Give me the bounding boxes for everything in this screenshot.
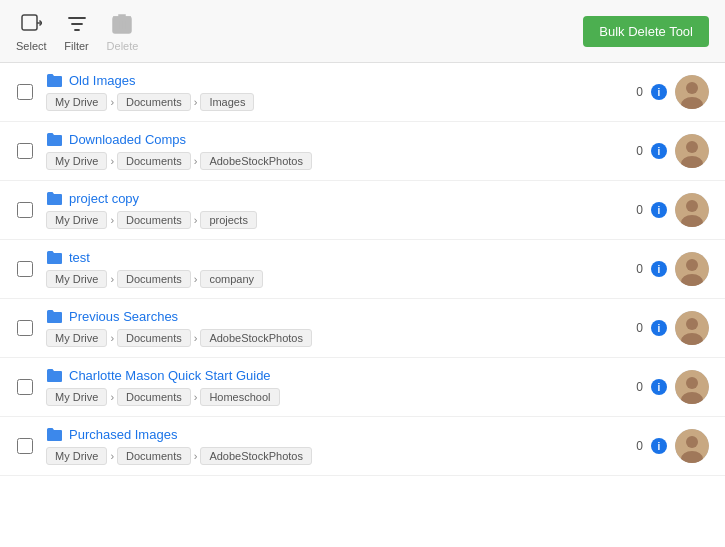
- breadcrumb-row: My Drive›Documents›AdobeStockPhotos: [46, 447, 624, 465]
- folder-icon: [46, 427, 63, 442]
- svg-point-9: [686, 200, 698, 212]
- item-name[interactable]: Charlotte Mason Quick Start Guide: [69, 368, 271, 383]
- list-item: test My Drive›Documents›company 0 i: [0, 240, 725, 299]
- item-name[interactable]: test: [69, 250, 90, 265]
- breadcrumb-separator: ›: [191, 332, 201, 344]
- item-title: Previous Searches: [46, 309, 624, 324]
- list-item: Old Images My Drive›Documents›Images 0 i: [0, 63, 725, 122]
- item-title: Old Images: [46, 73, 624, 88]
- list-item: project copy My Drive›Documents›projects…: [0, 181, 725, 240]
- breadcrumb-tag: My Drive: [46, 329, 107, 347]
- breadcrumb-row: My Drive›Documents›company: [46, 270, 624, 288]
- info-icon[interactable]: i: [651, 202, 667, 218]
- info-icon[interactable]: i: [651, 379, 667, 395]
- item-right: 0 i: [636, 370, 709, 404]
- breadcrumb-tag: Documents: [117, 447, 191, 465]
- item-checkbox-wrap[interactable]: [16, 319, 34, 337]
- select-tool[interactable]: Select: [16, 10, 47, 52]
- item-title: Downloaded Comps: [46, 132, 624, 147]
- select-label: Select: [16, 40, 47, 52]
- breadcrumb-tag: My Drive: [46, 152, 107, 170]
- list-item: Previous Searches My Drive›Documents›Ado…: [0, 299, 725, 358]
- info-icon[interactable]: i: [651, 320, 667, 336]
- item-title: project copy: [46, 191, 624, 206]
- select-icon: [17, 10, 45, 38]
- list-item: Purchased Images My Drive›Documents›Adob…: [0, 417, 725, 476]
- item-count: 0: [636, 85, 643, 99]
- breadcrumb-separator: ›: [107, 214, 117, 226]
- item-checkbox[interactable]: [17, 143, 33, 159]
- breadcrumb-row: My Drive›Documents›AdobeStockPhotos: [46, 152, 624, 170]
- breadcrumb-row: My Drive›Documents›projects: [46, 211, 624, 229]
- item-name[interactable]: Purchased Images: [69, 427, 177, 442]
- svg-rect-0: [22, 15, 37, 30]
- folder-icon: [46, 191, 63, 206]
- bulk-delete-button[interactable]: Bulk Delete Tool: [583, 16, 709, 47]
- folder-icon: [46, 132, 63, 147]
- svg-point-21: [686, 436, 698, 448]
- item-content: Old Images My Drive›Documents›Images: [46, 73, 624, 111]
- breadcrumb-tag: My Drive: [46, 270, 107, 288]
- item-checkbox-wrap[interactable]: [16, 142, 34, 160]
- breadcrumb-tag: Documents: [117, 211, 191, 229]
- item-right: 0 i: [636, 75, 709, 109]
- item-checkbox[interactable]: [17, 320, 33, 336]
- item-checkbox-wrap[interactable]: [16, 437, 34, 455]
- info-icon[interactable]: i: [651, 84, 667, 100]
- item-checkbox[interactable]: [17, 261, 33, 277]
- svg-point-18: [686, 377, 698, 389]
- item-content: Previous Searches My Drive›Documents›Ado…: [46, 309, 624, 347]
- item-name[interactable]: Previous Searches: [69, 309, 178, 324]
- breadcrumb-row: My Drive›Documents›Homeschool: [46, 388, 624, 406]
- avatar: [675, 75, 709, 109]
- avatar: [675, 311, 709, 345]
- breadcrumb-tag: AdobeStockPhotos: [200, 152, 312, 170]
- folder-icon: [46, 250, 63, 265]
- filter-tool[interactable]: Filter: [63, 10, 91, 52]
- svg-point-12: [686, 259, 698, 271]
- avatar: [675, 252, 709, 286]
- breadcrumb-tag: Documents: [117, 329, 191, 347]
- breadcrumb-tag: My Drive: [46, 211, 107, 229]
- item-checkbox-wrap[interactable]: [16, 83, 34, 101]
- breadcrumb-tag: My Drive: [46, 93, 107, 111]
- breadcrumb-separator: ›: [107, 391, 117, 403]
- item-right: 0 i: [636, 252, 709, 286]
- item-count: 0: [636, 144, 643, 158]
- info-icon[interactable]: i: [651, 143, 667, 159]
- item-checkbox[interactable]: [17, 84, 33, 100]
- breadcrumb-tag: My Drive: [46, 447, 107, 465]
- info-icon[interactable]: i: [651, 438, 667, 454]
- item-title: Charlotte Mason Quick Start Guide: [46, 368, 624, 383]
- item-count: 0: [636, 321, 643, 335]
- item-checkbox[interactable]: [17, 379, 33, 395]
- item-title: Purchased Images: [46, 427, 624, 442]
- item-content: test My Drive›Documents›company: [46, 250, 624, 288]
- item-content: Charlotte Mason Quick Start Guide My Dri…: [46, 368, 624, 406]
- breadcrumb-separator: ›: [191, 391, 201, 403]
- delete-icon: [108, 10, 136, 38]
- filter-label: Filter: [64, 40, 88, 52]
- item-name[interactable]: project copy: [69, 191, 139, 206]
- item-right: 0 i: [636, 311, 709, 345]
- item-name[interactable]: Old Images: [69, 73, 135, 88]
- breadcrumb-tag: My Drive: [46, 388, 107, 406]
- delete-tool[interactable]: Delete: [107, 10, 139, 52]
- info-icon[interactable]: i: [651, 261, 667, 277]
- breadcrumb-separator: ›: [191, 155, 201, 167]
- item-checkbox-wrap[interactable]: [16, 378, 34, 396]
- item-checkbox[interactable]: [17, 438, 33, 454]
- avatar: [675, 429, 709, 463]
- item-count: 0: [636, 380, 643, 394]
- item-right: 0 i: [636, 193, 709, 227]
- breadcrumb-tag: AdobeStockPhotos: [200, 447, 312, 465]
- item-checkbox[interactable]: [17, 202, 33, 218]
- svg-point-6: [686, 141, 698, 153]
- toolbar: Select Filter Delete Bulk Delete Tool: [0, 0, 725, 63]
- item-name[interactable]: Downloaded Comps: [69, 132, 186, 147]
- breadcrumb-separator: ›: [191, 450, 201, 462]
- list-item: Charlotte Mason Quick Start Guide My Dri…: [0, 358, 725, 417]
- item-checkbox-wrap[interactable]: [16, 260, 34, 278]
- svg-point-3: [686, 82, 698, 94]
- item-checkbox-wrap[interactable]: [16, 201, 34, 219]
